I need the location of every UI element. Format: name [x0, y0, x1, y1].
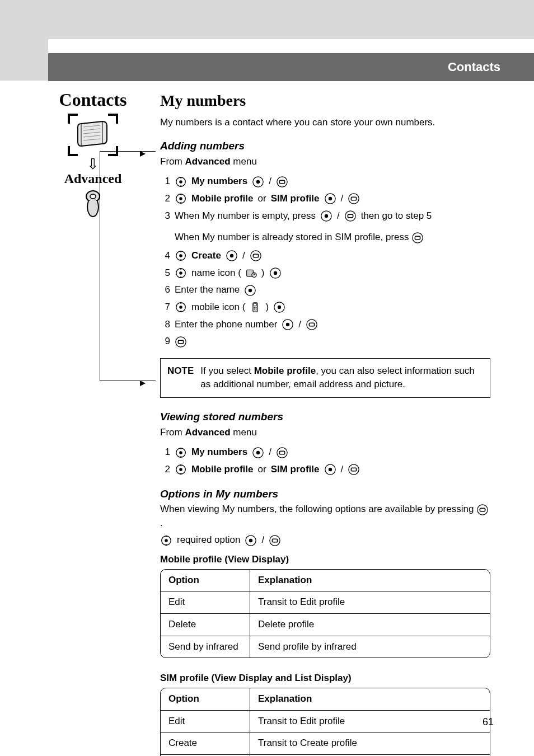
- req-text: required option: [177, 533, 240, 547]
- options-table-mobile: Option Explanation EditTransit to Edit p…: [160, 569, 490, 659]
- softkey-icon: [250, 250, 262, 262]
- svg-point-11: [328, 197, 331, 200]
- svg-point-29: [252, 273, 256, 277]
- table-row: EditTransit to Edit profile: [161, 591, 490, 614]
- section-heading: Viewing stored numbers: [160, 409, 490, 425]
- center-key-icon: [324, 192, 336, 205]
- section-heading: Adding numbers: [160, 138, 490, 154]
- step-bold: SIM profile: [271, 463, 320, 477]
- svg-point-16: [345, 211, 355, 221]
- step-text: Enter the name: [175, 283, 240, 297]
- softkey-icon: [344, 210, 357, 222]
- svg-point-39: [254, 307, 255, 308]
- nav-ring-icon: [175, 301, 187, 313]
- svg-point-52: [179, 451, 182, 454]
- from-suffix: menu: [231, 156, 257, 167]
- svg-rect-56: [279, 451, 284, 454]
- slash: /: [337, 209, 340, 223]
- step-num: 9: [160, 335, 170, 349]
- center-key-icon: [320, 210, 332, 222]
- svg-point-41: [254, 309, 255, 310]
- options-intro-a: When viewing My numbers, the following o…: [160, 504, 476, 514]
- svg-point-60: [328, 468, 331, 471]
- header-bar: Contacts: [48, 53, 534, 81]
- page-number: 61: [483, 716, 494, 728]
- svg-point-69: [270, 536, 280, 546]
- slash: /: [269, 175, 271, 189]
- svg-point-1: [90, 194, 96, 199]
- step-num: 3: [160, 209, 170, 223]
- td-option: Edit: [161, 711, 250, 733]
- step-text: then go to step 5: [361, 209, 432, 223]
- td-option: Delete: [161, 614, 250, 636]
- softkey-icon: [306, 318, 318, 331]
- svg-point-34: [249, 288, 252, 292]
- section-heading: Options in My numbers: [160, 486, 490, 502]
- svg-point-66: [165, 539, 168, 542]
- slash: /: [269, 445, 271, 459]
- from-prefix: From: [160, 427, 185, 438]
- advanced-label: Advanced: [48, 171, 138, 186]
- options-intro: When viewing My numbers, the following o…: [160, 503, 490, 530]
- svg-rect-48: [310, 323, 315, 326]
- step-item: 2 Mobile profile or SIM profile /: [160, 461, 490, 478]
- center-key-icon: [226, 250, 238, 262]
- td-option: Edit: [161, 591, 250, 614]
- table-row: DeleteDelete profile: [161, 614, 490, 636]
- step-text: ): [265, 300, 269, 314]
- svg-rect-25: [253, 255, 258, 258]
- table-row: EditTransit to Edit profile: [161, 711, 490, 733]
- mobile-phone-icon: [250, 302, 261, 313]
- options-table-sim: Option Explanation EditTransit to Edit p…: [160, 688, 490, 756]
- slash: /: [341, 192, 344, 206]
- table-row: Send by infraredSend profile by infrared: [161, 636, 490, 658]
- svg-point-42: [256, 309, 257, 310]
- step-bold: Mobile profile: [191, 463, 254, 477]
- step-num: 4: [160, 249, 170, 263]
- svg-point-61: [349, 464, 359, 475]
- svg-rect-38: [254, 304, 257, 306]
- svg-point-58: [179, 468, 182, 472]
- step-item: 6 Enter the name: [160, 281, 490, 299]
- from-prefix: From: [160, 156, 185, 167]
- required-option-line: required option /: [160, 533, 490, 547]
- header-title: Contacts: [448, 60, 500, 74]
- svg-point-54: [256, 450, 260, 454]
- nav-ring-icon: [160, 534, 172, 547]
- center-key-icon: [273, 301, 285, 313]
- step-num: 6: [160, 283, 170, 297]
- td-expl: Transit to Edit profile: [250, 711, 490, 733]
- svg-point-36: [179, 306, 182, 309]
- center-key-icon: [252, 447, 264, 459]
- main-content: My numbers My numbers is a contact where…: [160, 90, 490, 756]
- sidebar-title: Contacts: [48, 90, 138, 110]
- nav-ring-icon: [175, 447, 187, 459]
- step-num: 8: [160, 318, 170, 332]
- step-text: ): [261, 266, 265, 280]
- softkey-icon: [411, 232, 424, 244]
- softkey-icon: [348, 192, 360, 205]
- step-sub: When My number is already stored in SIM …: [160, 227, 490, 246]
- softkey-icon: [276, 176, 288, 188]
- from-menu: From Advanced menu: [160, 426, 490, 440]
- svg-rect-13: [352, 198, 357, 201]
- svg-point-46: [286, 323, 289, 326]
- from-menu: From Advanced menu: [160, 155, 490, 169]
- from-bold: Advanced: [185, 427, 230, 438]
- top-gray-strip: [0, 0, 534, 39]
- table-header-row: Option Explanation: [161, 570, 490, 592]
- svg-point-47: [307, 320, 317, 330]
- slash: /: [341, 463, 344, 477]
- step-bold: SIM profile: [271, 192, 320, 206]
- nav-ring-icon: [175, 176, 187, 188]
- svg-point-5: [256, 180, 260, 184]
- connector-arrow-icon: [140, 381, 146, 386]
- sidebar: Contacts ⇩ Advanced: [48, 90, 138, 220]
- svg-point-27: [179, 271, 182, 275]
- svg-point-6: [277, 177, 287, 187]
- center-key-icon: [282, 318, 294, 331]
- step-bold: My numbers: [191, 445, 247, 459]
- svg-point-15: [325, 214, 328, 218]
- td-expl: Transit to Edit profile: [250, 591, 490, 614]
- connector-arrow-icon: [140, 151, 146, 157]
